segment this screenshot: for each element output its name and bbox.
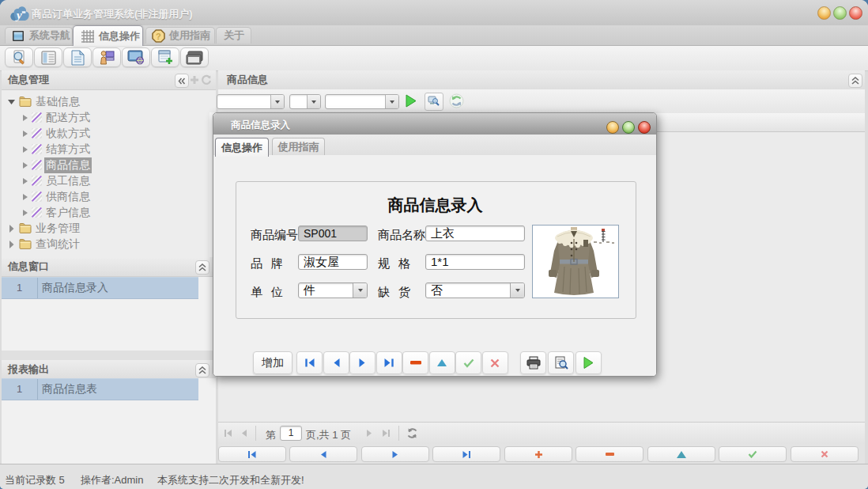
svg-text:y: y: [15, 9, 22, 21]
svg-text:?: ?: [156, 32, 161, 41]
